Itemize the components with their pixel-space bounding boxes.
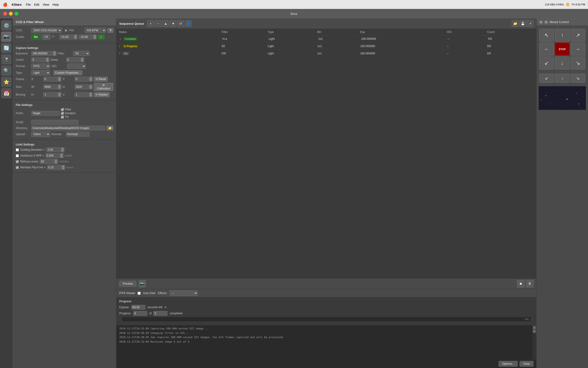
reset-button[interactable]: ↺ Reset [94, 77, 108, 82]
format-select[interactable]: FITS [31, 64, 50, 69]
mount-down-btn[interactable]: ↓ [555, 56, 570, 69]
auto-dark-check[interactable] [138, 292, 141, 295]
bin-v-down[interactable]: ▼ [89, 95, 92, 97]
close-button[interactable] [3, 12, 7, 16]
mount-mini-ul-btn[interactable]: ↙ [539, 74, 554, 83]
mount-ul-btn[interactable]: ↖ [539, 29, 554, 42]
preview-button[interactable]: Preview [119, 281, 136, 286]
bin-h-down[interactable]: ▼ [58, 95, 61, 97]
guiding-dev-down[interactable]: ▼ [61, 150, 64, 152]
meridian-flip-input[interactable] [47, 165, 61, 170]
autofocus-check[interactable] [16, 154, 19, 157]
bin-v-up[interactable]: ▲ [89, 92, 92, 95]
exposure-down[interactable]: ▼ [53, 54, 56, 56]
ccd-select[interactable]: ZWO CCD ASI1600M [31, 28, 62, 33]
temp-value-input[interactable]: -15.00 [59, 35, 73, 39]
frame-x-up[interactable]: ▲ [58, 77, 61, 79]
frame-x-down[interactable]: ▼ [58, 79, 61, 82]
sidebar-icon-scheduler[interactable]: 📅 [1, 88, 11, 98]
size-h-down[interactable]: ▼ [89, 87, 92, 89]
temp-down[interactable]: ▼ [74, 37, 77, 39]
size-h-input[interactable] [75, 84, 89, 89]
move-up-btn[interactable]: ▲ [162, 20, 169, 27]
mount-right-btn[interactable]: → [570, 43, 585, 55]
guiding-deviation-input[interactable] [46, 147, 61, 152]
temp-setpoint-input[interactable] [79, 35, 93, 39]
mount-ur-btn[interactable]: ↗ [570, 29, 585, 42]
duration-check[interactable] [61, 112, 64, 115]
mount-up-btn[interactable]: ↑ [555, 29, 570, 42]
refocus-every-up[interactable]: ▲ [54, 159, 58, 162]
ts-check[interactable] [61, 116, 64, 119]
user-btn[interactable]: 👤 [185, 20, 192, 27]
refocus-every-check[interactable] [16, 160, 19, 163]
export-sequence-btn[interactable]: ↗ [527, 20, 534, 27]
delay-up[interactable]: ▲ [81, 57, 84, 60]
save-sequence-btn[interactable]: 💾 [519, 20, 526, 27]
autofocus-input[interactable] [45, 153, 60, 158]
browse-directory-btn[interactable]: 📁 [106, 126, 113, 130]
apply-temp-btn[interactable]: ✓ [98, 35, 105, 39]
mount-dl-btn[interactable]: ↙ [539, 56, 554, 69]
scroll-down-btn[interactable]: ▼ [533, 330, 536, 333]
refresh-btn[interactable]: ↺ [177, 20, 184, 27]
remote-input[interactable] [66, 132, 89, 137]
menu-file[interactable]: File [26, 3, 31, 6]
refocus-every-down[interactable]: ▼ [54, 162, 58, 164]
temp-up[interactable]: ▲ [74, 35, 77, 37]
open-sequence-btn[interactable]: 📁 [512, 20, 518, 27]
mount-left-btn[interactable]: ← [539, 43, 554, 55]
stop-button[interactable]: ■ [517, 280, 525, 287]
size-w-down[interactable]: ▼ [58, 87, 61, 89]
sidebar-icon-guider[interactable]: 🔄 [1, 43, 11, 53]
minimize-button[interactable] [9, 12, 13, 16]
mount-mini-ur-btn[interactable]: ↘ [570, 74, 585, 83]
directory-input[interactable] [31, 126, 105, 130]
remove-sequence-btn[interactable]: − [155, 20, 161, 27]
bin-v-input[interactable] [75, 92, 89, 97]
iso-select[interactable] [67, 64, 86, 69]
bin-h-input[interactable] [43, 92, 57, 97]
apple-icon[interactable]: 🍎 [3, 2, 8, 7]
count-down[interactable]: ▼ [46, 60, 49, 62]
cooler-off-button[interactable]: Off [42, 34, 51, 40]
meridian-flip-check[interactable] [16, 166, 19, 169]
frame-y-input[interactable] [75, 77, 89, 82]
frame-y-up[interactable]: ▲ [89, 77, 92, 79]
move-down-btn[interactable]: ▼ [170, 20, 176, 27]
filter-icon-btn[interactable]: ⚗ [107, 28, 113, 33]
size-w-up[interactable]: ▲ [58, 84, 61, 87]
progress-current-input[interactable] [133, 311, 147, 316]
delay-down[interactable]: ▼ [81, 60, 84, 62]
add-sequence-btn[interactable]: + [147, 20, 154, 27]
pause-button[interactable]: ⏸ [526, 280, 534, 287]
delay-input[interactable] [66, 57, 80, 62]
options-button[interactable]: Options... [499, 361, 518, 367]
autofocus-down[interactable]: ▼ [60, 156, 63, 158]
sidebar-icon-settings[interactable]: ⚙️ [1, 20, 11, 31]
size-w-input[interactable] [43, 84, 57, 89]
count-up[interactable]: ▲ [46, 57, 49, 60]
clear-button[interactable]: Clear [519, 361, 534, 367]
fw-select[interactable]: ASI EFW [85, 28, 106, 33]
meridian-flip-down[interactable]: ▼ [62, 167, 65, 170]
frame-y-down[interactable]: ▼ [89, 79, 92, 82]
meridian-flip-up[interactable]: ▲ [62, 165, 65, 167]
script-input[interactable] [31, 120, 78, 125]
cooler-on-button[interactable]: On [31, 34, 40, 40]
camera-icon-btn[interactable]: 📷 [139, 280, 146, 287]
menu-view[interactable]: View [43, 3, 49, 6]
custom-properties-button[interactable]: Custom Properties... [53, 70, 82, 75]
guiding-dev-up[interactable]: ▲ [61, 147, 64, 150]
menu-edit[interactable]: Edit [34, 3, 39, 6]
table-row[interactable]: 3 Idle OIII Light 1x1 180.000000 -- 0/5 [116, 50, 536, 57]
setpoint-down[interactable]: ▼ [93, 37, 97, 39]
sidebar-icon-focus[interactable]: 🔍 [1, 65, 11, 76]
mount-mini-down-btn[interactable]: ↓ [555, 74, 570, 83]
sidebar-icon-camera[interactable]: 📷 [1, 32, 11, 42]
bin-h-up[interactable]: ▲ [58, 92, 61, 95]
table-row[interactable]: 1 Complete H-a Light 1x1 180.000000 -- 5… [116, 35, 536, 43]
guiding-deviation-check[interactable] [16, 148, 19, 151]
expose-value-input[interactable] [131, 305, 145, 310]
calibration-button[interactable]: ⚙ Calibration [94, 83, 113, 91]
